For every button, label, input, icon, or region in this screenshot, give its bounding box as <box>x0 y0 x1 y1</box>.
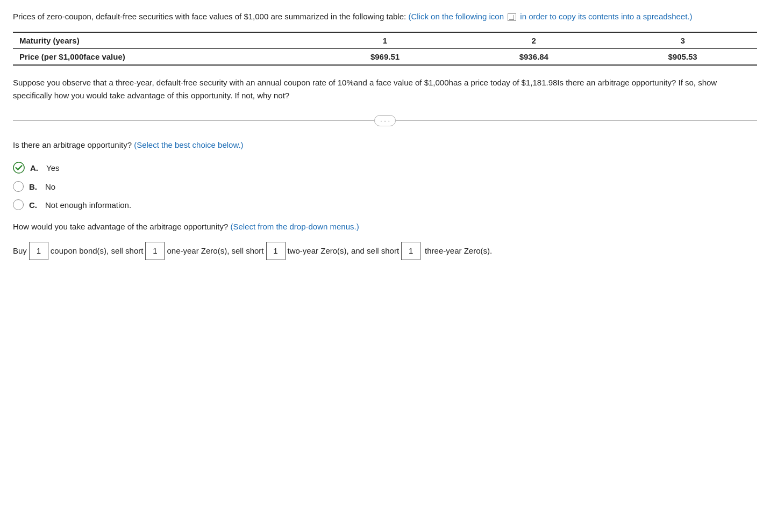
col3-header: 2 <box>459 32 608 49</box>
row1-val3: $905.53 <box>608 48 757 65</box>
radio-item-a[interactable]: A. Yes <box>13 162 757 174</box>
arbitrage-question-text: Is there an arbitrage opportunity? <box>13 140 132 149</box>
question-body: Suppose you observe that a three-year, d… <box>13 76 757 102</box>
col1-header: Maturity (years) <box>13 32 311 49</box>
divider-line-left <box>13 120 374 121</box>
radio-label-c: Not enough information. <box>45 200 131 210</box>
row1-val1: $969.51 <box>311 48 460 65</box>
intro-text-part1: Prices of zero-coupon, default-free secu… <box>13 12 408 21</box>
arbitrage-question: Is there an arbitrage opportunity? (Sele… <box>13 139 757 152</box>
divider: · · · <box>13 115 757 126</box>
col2-header: 1 <box>311 32 460 49</box>
radio-letter-a: A. <box>30 163 41 172</box>
radio-label-a: Yes <box>46 163 59 172</box>
radio-a-check[interactable] <box>13 162 25 174</box>
radio-item-b[interactable]: B. No <box>13 181 757 192</box>
divider-dots: · · · <box>374 115 396 126</box>
radio-letter-b: B. <box>29 182 40 191</box>
dropdown-hint: (Select from the drop-down menus.) <box>228 222 359 231</box>
radio-label-b: No <box>45 182 55 191</box>
fill-text2: one-year Zero(s), sell short <box>167 243 263 259</box>
row1-val2: $936.84 <box>459 48 608 65</box>
fill-val3[interactable]: 1 <box>266 242 286 260</box>
fill-val1[interactable]: 1 <box>29 242 48 260</box>
fill-text1: coupon bond(s), sell short <box>51 243 144 259</box>
dropdown-question: How would you take advantage of the arbi… <box>13 221 757 233</box>
radio-c-circle[interactable] <box>13 199 24 210</box>
fill-text3: two-year Zero(s), and sell short <box>288 243 400 259</box>
col4-header: 3 <box>608 32 757 49</box>
radio-letter-c: C. <box>29 200 40 210</box>
fill-in-row: Buy 1 coupon bond(s), sell short 1 one-y… <box>13 242 757 260</box>
intro-paragraph: Prices of zero-coupon, default-free secu… <box>13 11 757 23</box>
arbitrage-hint: (Select the best choice below.) <box>132 140 244 149</box>
divider-line-right <box>396 120 757 121</box>
green-check-icon <box>13 162 25 174</box>
row1-label: Price (per $1,000face value) <box>13 48 311 65</box>
fill-val4[interactable]: 1 <box>401 242 420 260</box>
fill-val2[interactable]: 1 <box>145 242 165 260</box>
spreadsheet-icon[interactable] <box>508 13 516 21</box>
dropdown-question-text: How would you take advantage of the arbi… <box>13 222 228 231</box>
fill-prefix: Buy <box>13 243 27 259</box>
radio-b-circle[interactable] <box>13 181 24 192</box>
fill-text4: three-year Zero(s). <box>425 243 492 259</box>
price-table: Maturity (years) 1 2 3 Price (per $1,000… <box>13 32 757 66</box>
link-text2: in order to copy its contents into a spr… <box>520 12 692 21</box>
link-text: (Click on the following icon <box>408 12 504 21</box>
spreadsheet-link[interactable]: (Click on the following icon in order to… <box>408 12 692 21</box>
radio-group: A. Yes B. No C. Not enough information. <box>13 162 757 210</box>
radio-item-c[interactable]: C. Not enough information. <box>13 199 757 210</box>
